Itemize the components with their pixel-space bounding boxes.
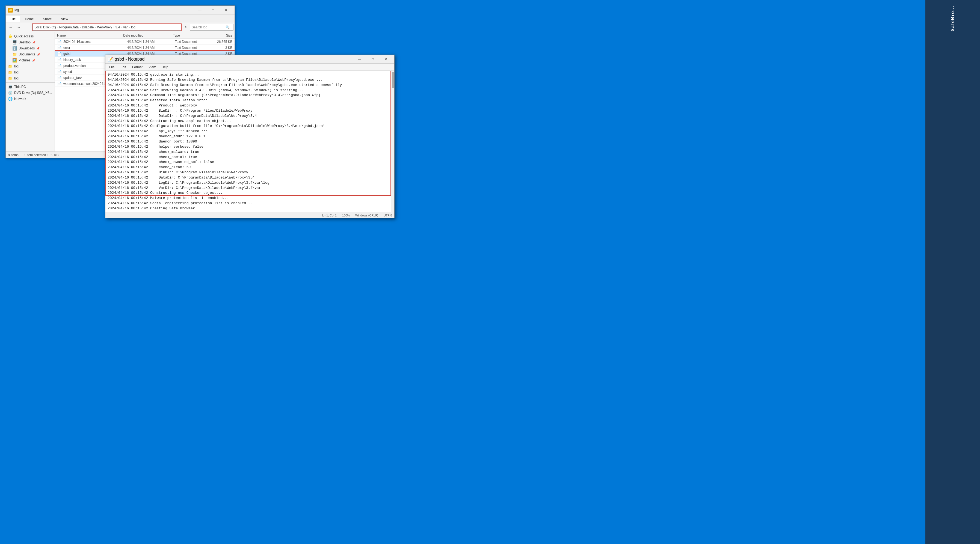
maximize-button[interactable]: □ <box>207 6 219 14</box>
search-box[interactable]: 🔍 <box>190 24 234 30</box>
file-icon: 📄 <box>57 57 62 62</box>
refresh-button[interactable]: ↻ <box>183 24 189 30</box>
notepad-textarea[interactable]: 04/16/2024 00:15:42 gsbd.exe is starting… <box>105 71 391 212</box>
notepad-close-button[interactable]: ✕ <box>380 55 392 64</box>
titlebar-left: 📁 log <box>8 8 19 13</box>
notepad-content: 04/16/2024 00:15:42 gsbd.exe is starting… <box>105 71 394 212</box>
col-header-size[interactable]: Size <box>212 33 232 37</box>
up-button[interactable]: ↑ <box>23 24 31 31</box>
table-row[interactable]: 📄 error 4/16/2024 1:34 AM Text Document … <box>55 45 235 51</box>
sidebar-label: Pictures <box>19 59 30 62</box>
file-name: error <box>64 46 127 50</box>
sidebar-item-documents[interactable]: 📁 Documents 📌 <box>6 51 55 57</box>
items-count: 8 items <box>8 153 19 157</box>
address-path: Local Disk (C:) › ProgramData › Diladele… <box>34 25 135 29</box>
col-header-name[interactable]: Name <box>57 33 123 37</box>
minimize-button[interactable]: — <box>194 6 206 14</box>
window-controls: — □ ✕ <box>194 6 232 14</box>
safebrowser-label: SafeBro... <box>950 5 955 32</box>
scrollbar-thumb[interactable] <box>392 72 394 88</box>
tab-file[interactable]: File <box>6 16 20 22</box>
tab-view[interactable]: View <box>56 16 73 22</box>
scrollbar-vertical[interactable] <box>391 71 394 212</box>
close-button[interactable]: ✕ <box>220 6 232 14</box>
file-icon: 📄 <box>57 76 62 80</box>
path-segment: Diladele <box>82 25 94 29</box>
pictures-icon: 🖼️ <box>12 58 17 62</box>
sidebar-item-desktop[interactable]: 🖥️ Desktop 📌 <box>6 39 55 45</box>
sidebar-label: DVD Drive (D:) SSS_X6... <box>14 91 52 95</box>
tab-home[interactable]: Home <box>20 16 38 22</box>
file-date: 4/16/2024 1:34 AM <box>127 40 175 44</box>
sidebar-item-this-pc[interactable]: 💻 This PC <box>6 84 55 90</box>
selected-count: 1 item selected 1.89 KB <box>24 153 59 157</box>
path-segment: WebProxy <box>97 25 112 29</box>
ribbon-tabs: File Home Share View <box>6 14 235 22</box>
file-icon: 📄 <box>57 64 62 68</box>
path-segment: 3.4 <box>116 25 120 29</box>
forward-button[interactable]: → <box>15 24 23 31</box>
sidebar-label: Downloads <box>19 46 35 50</box>
tab-share[interactable]: Share <box>38 16 56 22</box>
file-type: Text Document <box>175 40 213 44</box>
notepad-statusbar: Ln 1, Col 1 100% Windows (CRLF) UTF-8 <box>105 212 394 218</box>
file-icon: 📄 <box>57 52 62 56</box>
path-segment: var <box>123 25 128 29</box>
explorer-titlebar: 📁 log — □ ✕ <box>6 6 235 14</box>
notepad-maximize-button[interactable]: □ <box>366 55 379 64</box>
col-header-type[interactable]: Type <box>173 33 212 37</box>
file-date: 4/16/2024 1:34 AM <box>127 46 175 50</box>
sidebar: ⭐ Quick access 🖥️ Desktop 📌 ⬇️ Downloads… <box>6 32 55 151</box>
menu-view[interactable]: View <box>146 65 158 70</box>
status-line-endings: Windows (CRLF) <box>355 214 378 217</box>
status-ln-col: Ln 1, Col 1 <box>322 214 337 217</box>
menu-file[interactable]: File <box>107 65 117 70</box>
file-size: 26,365 KB <box>213 40 232 44</box>
explorer-title: log <box>14 8 19 12</box>
file-icon: 📄 <box>57 46 62 50</box>
sidebar-quick-access[interactable]: ⭐ Quick access <box>6 33 55 39</box>
menu-edit[interactable]: Edit <box>118 65 129 70</box>
sidebar-label: log <box>14 70 19 74</box>
file-icon: 📄 <box>57 70 62 74</box>
file-type: Text Document <box>175 46 213 50</box>
sidebar-item-log3[interactable]: 📁 log <box>6 75 55 81</box>
sidebar-item-network[interactable]: 🌐 Network <box>6 96 55 102</box>
search-input[interactable] <box>192 25 224 29</box>
table-row[interactable]: 📄 2024-04-16.access 4/16/2024 1:34 AM Te… <box>55 39 235 45</box>
folder-icon: 📁 <box>8 64 13 68</box>
file-icon: 📄 <box>57 40 62 44</box>
ribbon: File Home Share View <box>6 14 235 22</box>
desktop-icon: 🖥️ <box>12 40 17 45</box>
sidebar-label: Desktop <box>19 40 30 44</box>
quick-access-label: Quick access <box>14 34 33 38</box>
address-bar[interactable]: Local Disk (C:) › ProgramData › Diladele… <box>32 24 181 30</box>
notepad-window: 📝 gsbd - Notepad — □ ✕ File Edit Format … <box>105 55 395 218</box>
notepad-window-controls: — □ ✕ <box>353 55 392 64</box>
search-icon: 🔍 <box>226 25 230 29</box>
notepad-titlebar-left: 📝 gsbd - Notepad <box>108 57 145 62</box>
file-name: 2024-04-16.access <box>64 40 127 44</box>
sidebar-item-dvd[interactable]: 💿 DVD Drive (D:) SSS_X6... <box>6 90 55 96</box>
folder-icon: 📁 <box>8 70 13 75</box>
sidebar-item-log2[interactable]: 📁 log <box>6 69 55 75</box>
sidebar-label: Documents <box>19 52 35 56</box>
back-button[interactable]: ← <box>7 24 14 31</box>
sidebar-item-log1[interactable]: 📁 log <box>6 63 55 69</box>
sidebar-item-downloads[interactable]: ⬇️ Downloads 📌 <box>6 45 55 51</box>
file-size: 3 KB <box>213 46 232 50</box>
path-segment: Local Disk (C:) <box>34 25 56 29</box>
menu-help[interactable]: Help <box>159 65 171 70</box>
pc-icon: 💻 <box>8 84 13 89</box>
sidebar-item-pictures[interactable]: 🖼️ Pictures 📌 <box>6 57 55 63</box>
toolbar-row: ← → ↑ Local Disk (C:) › ProgramData › Di… <box>6 22 235 32</box>
dvd-icon: 💿 <box>8 91 13 95</box>
documents-icon: 📁 <box>12 52 17 57</box>
notepad-minimize-button[interactable]: — <box>353 55 366 64</box>
col-header-date[interactable]: Date modified <box>123 33 173 37</box>
menu-format[interactable]: Format <box>129 65 145 70</box>
safebrowser-sidebar: SafeBro... <box>925 0 980 544</box>
notepad-title: gsbd - Notepad <box>115 57 145 62</box>
sidebar-label: Network <box>14 97 26 101</box>
path-segment: ProgramData <box>59 25 79 29</box>
